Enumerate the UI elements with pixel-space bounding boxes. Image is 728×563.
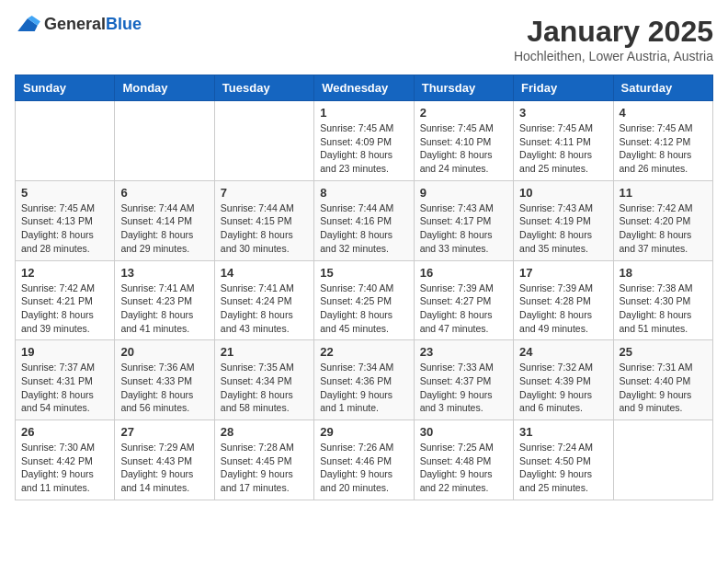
day-info: Sunrise: 7:45 AM Sunset: 4:11 PM Dayligh… (519, 121, 607, 176)
day-number: 20 (120, 345, 208, 359)
calendar-day-cell: 9Sunrise: 7:43 AM Sunset: 4:17 PM Daylig… (414, 180, 513, 260)
day-number: 7 (221, 186, 308, 200)
day-info: Sunrise: 7:36 AM Sunset: 4:33 PM Dayligh… (120, 361, 208, 415)
day-of-week-header: Friday (514, 75, 613, 101)
logo-icon (15, 16, 40, 34)
calendar-week-row: 19Sunrise: 7:37 AM Sunset: 4:31 PM Dayli… (16, 340, 713, 420)
day-info: Sunrise: 7:44 AM Sunset: 4:16 PM Dayligh… (320, 201, 407, 256)
day-info: Sunrise: 7:45 AM Sunset: 4:13 PM Dayligh… (21, 201, 108, 256)
calendar-day-cell: 30Sunrise: 7:25 AM Sunset: 4:48 PM Dayli… (414, 420, 513, 500)
calendar-day-cell: 11Sunrise: 7:42 AM Sunset: 4:20 PM Dayli… (613, 180, 712, 260)
calendar-day-cell: 16Sunrise: 7:39 AM Sunset: 4:27 PM Dayli… (414, 260, 513, 340)
location-subtitle: Hochleithen, Lower Austria, Austria (514, 49, 713, 63)
day-number: 23 (420, 345, 507, 359)
day-number: 14 (221, 266, 308, 280)
calendar-week-row: 5Sunrise: 7:45 AM Sunset: 4:13 PM Daylig… (16, 180, 713, 260)
calendar-day-cell: 3Sunrise: 7:45 AM Sunset: 4:11 PM Daylig… (514, 101, 613, 181)
day-number: 12 (21, 266, 108, 280)
calendar-week-row: 12Sunrise: 7:42 AM Sunset: 4:21 PM Dayli… (16, 260, 713, 340)
logo-general: General (44, 15, 106, 33)
day-info: Sunrise: 7:28 AM Sunset: 4:45 PM Dayligh… (221, 441, 308, 495)
day-number: 21 (221, 345, 308, 359)
day-number: 24 (519, 345, 607, 359)
day-info: Sunrise: 7:39 AM Sunset: 4:27 PM Dayligh… (420, 282, 507, 336)
day-number: 25 (620, 345, 707, 359)
calendar-day-cell: 5Sunrise: 7:45 AM Sunset: 4:13 PM Daylig… (16, 180, 115, 260)
day-number: 27 (120, 425, 208, 439)
calendar-day-cell: 15Sunrise: 7:40 AM Sunset: 4:25 PM Dayli… (314, 260, 414, 340)
day-number: 18 (620, 266, 707, 280)
day-number: 5 (21, 186, 108, 200)
calendar-day-cell: 24Sunrise: 7:32 AM Sunset: 4:39 PM Dayli… (514, 340, 613, 420)
day-info: Sunrise: 7:44 AM Sunset: 4:15 PM Dayligh… (221, 201, 308, 256)
day-info: Sunrise: 7:29 AM Sunset: 4:43 PM Dayligh… (120, 441, 208, 495)
day-info: Sunrise: 7:43 AM Sunset: 4:19 PM Dayligh… (519, 201, 607, 256)
day-info: Sunrise: 7:24 AM Sunset: 4:50 PM Dayligh… (519, 441, 607, 495)
day-number: 8 (320, 186, 407, 200)
calendar-day-cell (115, 101, 214, 181)
calendar-day-cell: 14Sunrise: 7:41 AM Sunset: 4:24 PM Dayli… (214, 260, 313, 340)
calendar-day-cell: 25Sunrise: 7:31 AM Sunset: 4:40 PM Dayli… (613, 340, 712, 420)
logo: GeneralBlue (15, 15, 142, 34)
calendar-day-cell: 10Sunrise: 7:43 AM Sunset: 4:19 PM Dayli… (514, 180, 613, 260)
day-info: Sunrise: 7:38 AM Sunset: 4:30 PM Dayligh… (620, 282, 707, 336)
day-info: Sunrise: 7:34 AM Sunset: 4:36 PM Dayligh… (320, 361, 407, 415)
day-number: 3 (519, 106, 607, 120)
day-info: Sunrise: 7:31 AM Sunset: 4:40 PM Dayligh… (620, 361, 707, 415)
day-info: Sunrise: 7:37 AM Sunset: 4:31 PM Dayligh… (21, 361, 108, 415)
calendar-day-cell: 21Sunrise: 7:35 AM Sunset: 4:34 PM Dayli… (214, 340, 313, 420)
day-number: 30 (420, 425, 507, 439)
month-title: January 2025 (514, 15, 713, 49)
calendar-day-cell: 7Sunrise: 7:44 AM Sunset: 4:15 PM Daylig… (214, 180, 313, 260)
logo-text: GeneralBlue (44, 15, 142, 34)
day-number: 31 (519, 425, 607, 439)
calendar-day-cell: 17Sunrise: 7:39 AM Sunset: 4:28 PM Dayli… (514, 260, 613, 340)
day-number: 9 (420, 186, 507, 200)
calendar-day-cell: 28Sunrise: 7:28 AM Sunset: 4:45 PM Dayli… (214, 420, 313, 500)
day-number: 26 (21, 425, 108, 439)
day-of-week-header: Thursday (414, 75, 513, 101)
day-of-week-header: Wednesday (314, 75, 414, 101)
day-info: Sunrise: 7:45 AM Sunset: 4:12 PM Dayligh… (620, 121, 707, 176)
calendar-day-cell: 18Sunrise: 7:38 AM Sunset: 4:30 PM Dayli… (613, 260, 712, 340)
day-info: Sunrise: 7:41 AM Sunset: 4:24 PM Dayligh… (221, 282, 308, 336)
day-info: Sunrise: 7:30 AM Sunset: 4:42 PM Dayligh… (21, 441, 108, 495)
logo-blue: Blue (106, 15, 142, 33)
day-info: Sunrise: 7:45 AM Sunset: 4:10 PM Dayligh… (420, 121, 507, 176)
calendar-day-cell: 8Sunrise: 7:44 AM Sunset: 4:16 PM Daylig… (314, 180, 414, 260)
calendar-day-cell (613, 420, 712, 500)
day-number: 10 (519, 186, 607, 200)
calendar-table: SundayMondayTuesdayWednesdayThursdayFrid… (15, 75, 713, 500)
calendar-day-cell: 19Sunrise: 7:37 AM Sunset: 4:31 PM Dayli… (16, 340, 115, 420)
calendar-day-cell: 29Sunrise: 7:26 AM Sunset: 4:46 PM Dayli… (314, 420, 414, 500)
day-info: Sunrise: 7:43 AM Sunset: 4:17 PM Dayligh… (420, 201, 507, 256)
calendar-day-cell: 22Sunrise: 7:34 AM Sunset: 4:36 PM Dayli… (314, 340, 414, 420)
calendar-day-cell: 1Sunrise: 7:45 AM Sunset: 4:09 PM Daylig… (314, 101, 414, 181)
calendar-day-cell: 6Sunrise: 7:44 AM Sunset: 4:14 PM Daylig… (115, 180, 214, 260)
day-number: 19 (21, 345, 108, 359)
day-number: 15 (320, 266, 407, 280)
day-info: Sunrise: 7:41 AM Sunset: 4:23 PM Dayligh… (120, 282, 208, 336)
day-number: 16 (420, 266, 507, 280)
day-info: Sunrise: 7:42 AM Sunset: 4:20 PM Dayligh… (620, 201, 707, 256)
day-number: 17 (519, 266, 607, 280)
day-info: Sunrise: 7:42 AM Sunset: 4:21 PM Dayligh… (21, 282, 108, 336)
day-info: Sunrise: 7:32 AM Sunset: 4:39 PM Dayligh… (519, 361, 607, 415)
day-number: 13 (120, 266, 208, 280)
calendar-week-row: 1Sunrise: 7:45 AM Sunset: 4:09 PM Daylig… (16, 101, 713, 181)
day-number: 4 (620, 106, 707, 120)
calendar-week-row: 26Sunrise: 7:30 AM Sunset: 4:42 PM Dayli… (16, 420, 713, 500)
day-info: Sunrise: 7:26 AM Sunset: 4:46 PM Dayligh… (320, 441, 407, 495)
calendar-day-cell: 12Sunrise: 7:42 AM Sunset: 4:21 PM Dayli… (16, 260, 115, 340)
day-number: 11 (620, 186, 707, 200)
day-number: 28 (221, 425, 308, 439)
calendar-day-cell (214, 101, 313, 181)
calendar-day-cell (16, 101, 115, 181)
day-of-week-header: Sunday (16, 75, 115, 101)
day-of-week-header: Saturday (613, 75, 712, 101)
day-info: Sunrise: 7:35 AM Sunset: 4:34 PM Dayligh… (221, 361, 308, 415)
day-number: 1 (320, 106, 407, 120)
calendar-header-row: SundayMondayTuesdayWednesdayThursdayFrid… (16, 75, 713, 101)
page-header: GeneralBlue January 2025 Hochleithen, Lo… (15, 15, 713, 63)
calendar-day-cell: 27Sunrise: 7:29 AM Sunset: 4:43 PM Dayli… (115, 420, 214, 500)
